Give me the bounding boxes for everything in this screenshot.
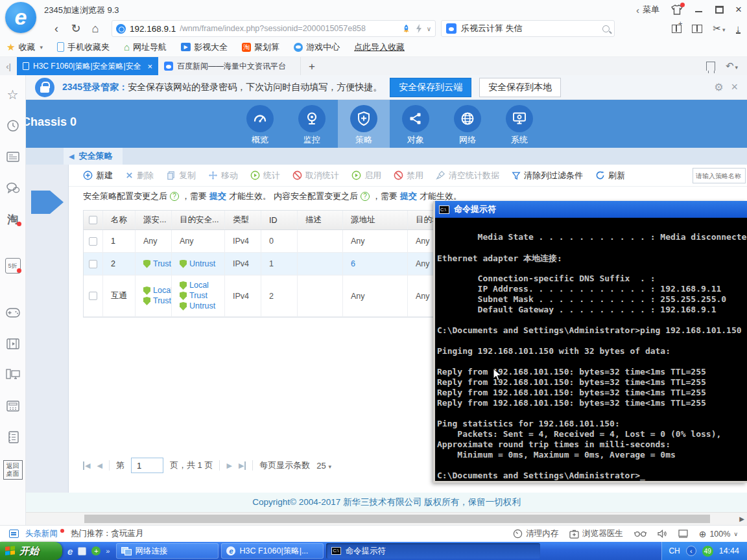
- download-icon[interactable]: ↓: [736, 24, 741, 34]
- per-page-select[interactable]: 25 ▾: [316, 461, 331, 471]
- row-checkbox[interactable]: [89, 237, 97, 246]
- reader-mode-icon[interactable]: [692, 25, 702, 33]
- policy-search-input[interactable]: [693, 168, 746, 183]
- move-button[interactable]: 移动: [208, 170, 238, 181]
- menu-button[interactable]: ‹菜单: [636, 4, 659, 16]
- zone-link[interactable]: Local: [153, 286, 172, 296]
- breadcrumb[interactable]: ◀ 安全策略: [64, 148, 123, 165]
- delete-button[interactable]: 删除: [125, 170, 154, 181]
- commit-link[interactable]: 提交: [209, 191, 226, 202]
- minimize-button[interactable]: [694, 5, 704, 14]
- zone-link[interactable]: Local: [189, 281, 209, 290]
- stats-button[interactable]: 统计: [250, 170, 280, 181]
- clock-time[interactable]: 14:44: [719, 546, 739, 555]
- gear-icon[interactable]: ⚙: [714, 81, 723, 93]
- nav-system[interactable]: 系统: [493, 100, 545, 148]
- clean-memory-button[interactable]: 清理内存: [513, 528, 558, 539]
- reopen-closed-tab-button[interactable]: ↶▾: [726, 60, 738, 72]
- search-keyword[interactable]: 乐视云计算 失信: [461, 23, 598, 34]
- mute-speaker-icon[interactable]: [658, 530, 667, 538]
- scrollbar-thumb[interactable]: [84, 515, 710, 523]
- cmd-output[interactable]: Media State . . . . . . . . . . . : Medi…: [435, 218, 747, 481]
- fullscreen-monitor-icon[interactable]: [678, 530, 688, 538]
- refresh-button[interactable]: ↻: [66, 21, 86, 36]
- ie-quicklaunch-icon[interactable]: e: [67, 546, 73, 557]
- language-indicator[interactable]: CH: [669, 546, 680, 555]
- favorites-star-icon[interactable]: ☆: [5, 87, 21, 102]
- help-icon[interactable]: ?: [170, 192, 179, 201]
- start-button[interactable]: 开始: [0, 542, 62, 560]
- taskbar-window-h3c[interactable]: e H3C F1060|策略|...: [221, 543, 324, 559]
- taskbar-window-network[interactable]: 网络连接: [116, 543, 219, 559]
- tray-health-score[interactable]: 49: [702, 546, 713, 557]
- first-page-icon[interactable]: ◀: [83, 461, 90, 470]
- clean-icon[interactable]: [706, 62, 715, 71]
- clear-filter-button[interactable]: 清除列过滤条件: [512, 170, 583, 181]
- chevron-down-icon[interactable]: ∨: [427, 25, 431, 32]
- new-button[interactable]: 新建: [83, 170, 113, 181]
- zone-link[interactable]: Trust: [153, 259, 171, 269]
- taskbar-window-cmd[interactable]: C:\ 命令提示符: [326, 543, 540, 559]
- history-clock-icon[interactable]: [5, 118, 21, 134]
- refresh-button[interactable]: 刷新: [595, 170, 625, 181]
- 2345-quicklaunch-icon[interactable]: +: [91, 546, 101, 555]
- home-button[interactable]: ⌂: [86, 22, 105, 36]
- zone-link[interactable]: Untrust: [189, 301, 215, 311]
- copy-button[interactable]: 复制: [166, 170, 196, 181]
- lightning-icon[interactable]: [416, 24, 422, 33]
- rocket-icon[interactable]: [401, 24, 411, 34]
- calculator-icon[interactable]: [5, 398, 21, 414]
- zone-link[interactable]: Trust: [189, 291, 208, 301]
- col-dst-zone[interactable]: 目的安全...: [172, 211, 225, 229]
- cmd-window[interactable]: C:\ 命令提示符 Media State . . . . . . . . . …: [433, 201, 747, 483]
- split-screen-icon[interactable]: [672, 25, 682, 33]
- video-film-icon[interactable]: [5, 336, 21, 351]
- zoom-level-control[interactable]: ⊕100% ∨: [699, 529, 738, 539]
- clear-stats-button[interactable]: 清空统计数据: [436, 170, 499, 181]
- back-to-desktop-button[interactable]: 返回桌面: [3, 460, 23, 480]
- back-button[interactable]: ‹: [47, 22, 66, 36]
- skin-button[interactable]: [671, 5, 683, 15]
- notebook-icon[interactable]: [5, 429, 21, 445]
- page-number-input[interactable]: [131, 458, 163, 473]
- tray-2345-icon[interactable]: ‹: [686, 546, 696, 556]
- search-icon[interactable]: [602, 25, 610, 32]
- bookmark-juhuasuan[interactable]: 淘聚划算: [242, 41, 279, 53]
- disable-button[interactable]: 禁用: [394, 170, 423, 181]
- src-addr-link[interactable]: 6: [351, 259, 355, 268]
- row-checkbox[interactable]: [89, 292, 97, 300]
- screenshot-button[interactable]: ✂▾: [713, 23, 725, 34]
- collapse-left-icon[interactable]: ◀: [69, 152, 74, 161]
- more-icons-chevron[interactable]: »: [106, 547, 110, 555]
- games-icon[interactable]: [5, 305, 21, 320]
- cmd-titlebar[interactable]: C:\ 命令提示符: [435, 201, 747, 218]
- nav-objects[interactable]: 对象: [390, 100, 442, 148]
- bookmark-mobile[interactable]: 手机收藏夹: [57, 41, 110, 53]
- hot-recommend-text[interactable]: 热门推荐：贪玩蓝月: [71, 528, 144, 539]
- bookmark-nav-site[interactable]: ⌂网址导航: [124, 41, 167, 53]
- nav-policy[interactable]: 策略: [338, 100, 390, 148]
- col-id[interactable]: ID: [261, 211, 298, 229]
- zone-link[interactable]: Trust: [153, 296, 171, 306]
- import-bookmarks-link[interactable]: 点此导入收藏: [354, 41, 405, 53]
- last-page-icon[interactable]: ▶: [239, 461, 246, 470]
- select-all-checkbox[interactable]: [89, 216, 97, 224]
- new-tab-button[interactable]: +: [301, 58, 323, 75]
- next-page-icon[interactable]: ▶: [226, 461, 231, 470]
- news-icon[interactable]: [5, 149, 21, 165]
- browser-doctor-button[interactable]: 浏览器医生: [569, 528, 623, 539]
- search-box[interactable]: 乐视云计算 失信: [441, 20, 615, 37]
- computer-icon[interactable]: [5, 367, 21, 382]
- browser-logo-icon[interactable]: e: [5, 2, 36, 33]
- col-src-addr[interactable]: 源地址: [343, 211, 408, 229]
- scroll-right-icon[interactable]: ▶: [739, 515, 744, 522]
- horizontal-scrollbar[interactable]: ▶: [26, 512, 747, 525]
- commit-link[interactable]: 提交: [400, 191, 417, 202]
- tab-close-icon[interactable]: ×: [147, 62, 152, 71]
- tab-baidu-news[interactable]: 百度新闻——海量中文资讯平台: [158, 57, 301, 75]
- bookmark-game-center[interactable]: 游戏中心: [294, 41, 340, 53]
- zone-link[interactable]: Untrust: [189, 259, 215, 269]
- col-type[interactable]: 类型: [225, 211, 261, 229]
- address-bar[interactable]: 192.168.9.1 /wnm/frame/index.php?session…: [112, 20, 436, 37]
- enable-button[interactable]: 启用: [351, 170, 381, 181]
